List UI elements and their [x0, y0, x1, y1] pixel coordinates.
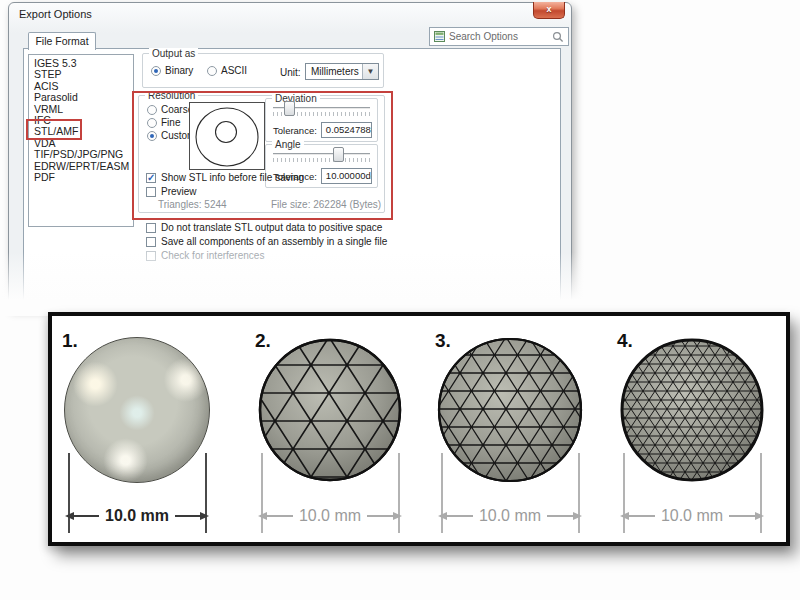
deviation-slider-handle[interactable]	[284, 101, 295, 116]
resolution-label: Resolution	[145, 90, 198, 101]
radio-fine[interactable]: Fine	[147, 117, 180, 128]
figure-number: 1.	[62, 330, 78, 352]
angle-slider-handle[interactable]	[333, 147, 344, 162]
checkbox-save-single-file[interactable]: Save all components of an assembly in a …	[146, 236, 387, 247]
list-item[interactable]: PDF	[29, 172, 133, 183]
output-as-label: Output as	[149, 48, 198, 59]
dimension-text: 10.0 mm	[655, 507, 729, 525]
radio-dot	[147, 105, 157, 115]
close-button[interactable]: x	[533, 2, 565, 19]
fine-mesh-sphere-image	[619, 337, 765, 483]
arrow-left-icon	[438, 512, 447, 520]
output-as-group: Output as Binary ASCII Unit: Millimeters…	[142, 53, 384, 88]
radio-dot	[147, 131, 157, 141]
slider-ticks	[273, 158, 370, 162]
tessellation-comparison-image: 1. 10.0 mm 2. 10.0 mm	[48, 312, 790, 546]
file-format-page: IGES 5.3 STEP ACIS Parasolid VRML IFC ST…	[23, 48, 561, 308]
smooth-sphere-image	[64, 337, 210, 483]
checkbox-box	[146, 237, 156, 247]
angle-tolerance-field[interactable]: 10.00000deg	[321, 168, 372, 184]
medium-mesh-sphere-image	[437, 337, 583, 483]
search-icon	[552, 31, 564, 43]
screenshot-canvas: Export Options x Search Options File For…	[0, 0, 800, 600]
file-size: File size: 262284 (Bytes)	[271, 199, 381, 210]
dimension-annotation: 10.0 mm	[438, 508, 582, 524]
figure-number: 4.	[617, 330, 633, 352]
arrow-right-icon	[393, 512, 402, 520]
search-options-input[interactable]: Search Options	[429, 27, 569, 46]
checkbox-box	[146, 223, 156, 233]
arrow-right-icon	[200, 512, 209, 520]
deviation-tolerance-field[interactable]: 0.05247885mm	[321, 122, 372, 138]
search-placeholder: Search Options	[449, 31, 548, 42]
arrow-right-icon	[755, 512, 764, 520]
figure-number: 2.	[255, 330, 271, 352]
arrow-left-icon	[258, 512, 267, 520]
deviation-slider[interactable]	[273, 101, 370, 116]
figure-number: 3.	[435, 330, 451, 352]
tolerance-label: Tolerance:	[273, 125, 317, 136]
dimension-text: 10.0 mm	[293, 507, 367, 525]
export-options-dialog: Export Options x Search Options File For…	[8, 2, 572, 308]
arrow-right-icon	[573, 512, 582, 520]
checkbox-box	[146, 187, 156, 197]
slider-track	[273, 153, 370, 155]
arrow-left-icon	[65, 512, 74, 520]
sphere-figure-3: 3. 10.0 mm	[433, 328, 587, 538]
dialog-title: Export Options	[19, 8, 92, 20]
dimension-text: 10.0 mm	[473, 507, 547, 525]
options-list-icon	[434, 31, 445, 42]
checkbox-no-translate[interactable]: Do not translate STL output data to posi…	[146, 222, 382, 233]
radio-dot	[151, 66, 161, 76]
list-item[interactable]: Parasolid	[29, 92, 133, 103]
unit-label: Unit:	[280, 67, 301, 78]
sphere-figure-4: 4. 10.0 mm	[615, 328, 769, 538]
resolution-group: Resolution Coarse Fine Custom	[138, 95, 385, 213]
checkbox-box	[146, 173, 156, 183]
unit-dropdown[interactable]: Millimeters ▼	[305, 63, 379, 80]
arrow-left-icon	[620, 512, 629, 520]
checkbox-box	[146, 251, 156, 261]
checkbox-check-interferences: Check for interferences	[146, 250, 264, 261]
checkbox-show-stl-info[interactable]: Show STL info before file saving	[146, 172, 304, 183]
angle-slider[interactable]	[273, 147, 370, 162]
sphere-figure-1: 1. 10.0 mm	[60, 328, 214, 538]
list-item[interactable]: TIF/PSD/JPG/PNG	[29, 149, 133, 160]
triangles-count: Triangles: 5244	[158, 199, 227, 210]
radio-dot	[207, 66, 217, 76]
radio-coarse[interactable]: Coarse	[147, 104, 193, 115]
radio-dot	[147, 118, 157, 128]
tessellation-preview	[189, 102, 265, 170]
checkbox-preview[interactable]: Preview	[146, 186, 197, 197]
close-icon: x	[546, 4, 551, 14]
tab-file-format[interactable]: File Format	[28, 32, 96, 50]
format-listbox[interactable]: IGES 5.3 STEP ACIS Parasolid VRML IFC ST…	[28, 54, 134, 227]
dimension-annotation: 10.0 mm	[258, 508, 402, 524]
chevron-down-icon: ▼	[362, 64, 378, 79]
dimension-annotation: 10.0 mm	[620, 508, 764, 524]
dimension-text: 10.0 mm	[99, 507, 175, 525]
coarse-mesh-sphere-image	[257, 337, 403, 483]
deviation-group: Deviation Tolerance: 0.05247885mm	[265, 98, 378, 142]
dimension-annotation: 10.0 mm	[65, 508, 209, 524]
radio-binary[interactable]: Binary	[151, 65, 193, 76]
washer-preview-drawing	[190, 103, 264, 169]
sphere-figure-2: 2. 10.0 mm	[253, 328, 407, 538]
radio-ascii[interactable]: ASCII	[207, 65, 247, 76]
